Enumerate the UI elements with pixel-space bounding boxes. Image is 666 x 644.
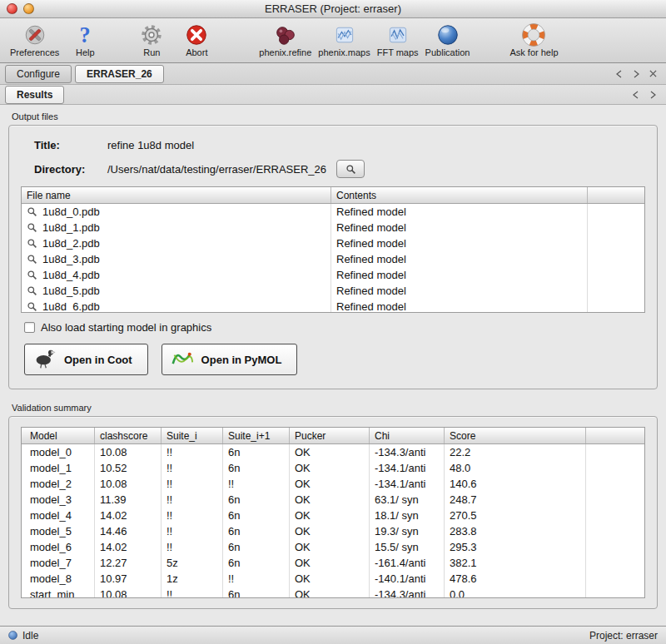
validation-cell: OK <box>290 539 370 555</box>
file-extra-cell <box>588 267 644 283</box>
toolbar-item-fft-maps[interactable]: FFT maps <box>374 21 422 58</box>
status-project: Project: erraser <box>589 630 658 642</box>
title-value: refine 1u8d model <box>107 139 194 151</box>
validation-cell: -161.4/anti <box>370 555 445 571</box>
validation-row[interactable]: model_010.08!!6nOK-134.3/anti22.2 <box>22 444 644 460</box>
validation-col-header[interactable]: Chi <box>370 428 445 443</box>
validation-cell: OK <box>290 460 370 476</box>
validation-cell: 6n <box>223 539 290 555</box>
browse-directory-button[interactable] <box>336 160 365 178</box>
validation-cell: model_4 <box>22 508 95 523</box>
sub-tab-scroll-right-button[interactable] <box>648 90 658 100</box>
toolbar-label: Ask for help <box>509 47 558 57</box>
validation-table-body: model_010.08!!6nOK-134.3/anti22.2model_1… <box>22 444 644 598</box>
toolbar-item-phenix-refine[interactable]: phenix.refine <box>256 21 315 58</box>
validation-col-header[interactable]: Score <box>445 428 586 443</box>
validation-col-header[interactable]: Pucker <box>290 428 370 443</box>
validation-cell: !! <box>162 523 223 539</box>
file-contents-cell: Refined model <box>331 251 588 267</box>
file-col-header[interactable] <box>588 187 644 203</box>
load-starting-model-row[interactable]: Also load starting model in graphics <box>24 321 645 334</box>
tab-erraser-26[interactable]: ERRASER_26 <box>75 65 164 83</box>
validation-col-header-extra <box>586 428 644 443</box>
file-name-cell: 1u8d_1.pdb <box>22 220 331 235</box>
window-title: ERRASER (Project: erraser) <box>265 2 401 15</box>
validation-row[interactable]: model_712.275z6nOK-161.4/anti382.1 <box>22 555 644 571</box>
file-row[interactable]: 1u8d_3.pdbRefined model <box>22 251 644 267</box>
file-row[interactable]: 1u8d_2.pdbRefined model <box>22 235 644 251</box>
title-field-row: Title: refine 1u8d model <box>34 139 645 151</box>
close-button[interactable] <box>7 3 17 14</box>
validation-cell: OK <box>290 476 370 492</box>
toolbar-item-phenix-maps[interactable]: phenix.maps <box>315 21 373 58</box>
open-in-coot-button[interactable]: Open in Coot <box>24 344 148 375</box>
results-panel: Output files Title: refine 1u8d model Di… <box>0 105 666 626</box>
toolbar: Preferences ? Help Run <box>0 18 666 63</box>
validation-cell: 14.46 <box>95 523 162 539</box>
validation-row[interactable]: model_514.46!!6nOK19.3/ syn283.8 <box>22 523 644 539</box>
toolbar-item-preferences[interactable]: Preferences <box>7 21 62 58</box>
file-col-header[interactable]: File name <box>22 187 331 203</box>
validation-cell: 63.1/ syn <box>370 492 445 508</box>
validation-col-header[interactable]: Suite_i <box>162 428 223 443</box>
tab-results[interactable]: Results <box>5 86 64 104</box>
pymol-icon <box>171 348 194 372</box>
load-starting-model-checkbox[interactable] <box>24 322 35 333</box>
validation-cell: 18.1/ syn <box>370 508 445 523</box>
validation-row[interactable]: start_min10.08!!6nOK-134.3/anti0.0 <box>22 587 644 598</box>
validation-cell: 6n <box>223 523 290 539</box>
open-in-coot-label: Open in Coot <box>64 354 132 366</box>
toolbar-item-publication[interactable]: Publication <box>422 21 474 58</box>
validation-row[interactable]: model_311.39!!6nOK63.1/ syn248.7 <box>22 492 644 508</box>
file-contents-cell: Refined model <box>331 283 588 299</box>
output-files-group-label: Output files <box>12 111 658 123</box>
validation-table: ModelclashscoreSuite_iSuite_i+1PuckerChi… <box>21 427 645 598</box>
file-extra-cell <box>588 204 644 220</box>
minimize-button[interactable] <box>23 3 34 14</box>
validation-cell: OK <box>290 523 370 539</box>
file-col-header[interactable]: Contents <box>331 187 588 203</box>
publication-icon <box>435 22 460 47</box>
sub-tab-bar: Results <box>0 85 666 105</box>
output-files-table: File nameContents 1u8d_0.pdbRefined mode… <box>21 186 645 313</box>
validation-cell: 140.6 <box>445 476 586 492</box>
file-row[interactable]: 1u8d_1.pdbRefined model <box>22 220 644 235</box>
validation-cell: model_6 <box>22 539 95 555</box>
preferences-icon <box>22 22 47 47</box>
validation-extra-cell <box>586 492 644 508</box>
sub-tab-scroll-left-button[interactable] <box>631 90 641 100</box>
validation-extra-cell <box>586 476 644 492</box>
toolbar-item-abort[interactable]: Abort <box>174 21 219 58</box>
validation-row[interactable]: model_210.08!!!!OK-134.1/anti140.6 <box>22 476 644 492</box>
tab-configure[interactable]: Configure <box>5 65 72 83</box>
file-name-cell: 1u8d_2.pdb <box>22 235 331 251</box>
validation-row[interactable]: model_414.02!!6nOK18.1/ syn270.5 <box>22 508 644 523</box>
toolbar-item-ask-for-help[interactable]: Ask for help <box>506 21 561 58</box>
validation-cell: 248.7 <box>445 492 586 508</box>
validation-col-header[interactable]: clashscore <box>95 428 162 443</box>
toolbar-item-run[interactable]: Run <box>129 21 174 58</box>
file-row[interactable]: 1u8d_6.pdbRefined model <box>22 299 644 313</box>
phenix-refine-icon <box>273 22 298 47</box>
tab-scroll-left-button[interactable] <box>614 69 624 79</box>
validation-col-header[interactable]: Suite_i+1 <box>223 428 290 443</box>
file-row[interactable]: 1u8d_0.pdbRefined model <box>22 204 644 220</box>
validation-cell: 382.1 <box>445 555 586 571</box>
tab-scroll-right-button[interactable] <box>631 69 641 79</box>
open-in-pymol-button[interactable]: Open in PyMOL <box>162 344 298 375</box>
tab-close-button[interactable] <box>648 69 658 79</box>
validation-cell: OK <box>290 555 370 571</box>
validation-cell: 295.3 <box>445 539 586 555</box>
validation-row[interactable]: model_614.02!!6nOK15.5/ syn295.3 <box>22 539 644 555</box>
toolbar-item-help[interactable]: ? Help <box>62 21 107 58</box>
file-row[interactable]: 1u8d_5.pdbRefined model <box>22 283 644 299</box>
validation-cell: !! <box>223 571 290 587</box>
validation-cell: !! <box>162 508 223 523</box>
coot-icon <box>33 348 57 372</box>
validation-col-header[interactable]: Model <box>22 428 95 443</box>
file-name: 1u8d_0.pdb <box>42 206 100 218</box>
validation-cell: 5z <box>162 555 223 571</box>
file-row[interactable]: 1u8d_4.pdbRefined model <box>22 267 644 283</box>
validation-row[interactable]: model_810.971z!!OK-140.1/anti478.6 <box>22 571 644 587</box>
validation-row[interactable]: model_110.52!!6nOK-134.1/anti48.0 <box>22 460 644 476</box>
